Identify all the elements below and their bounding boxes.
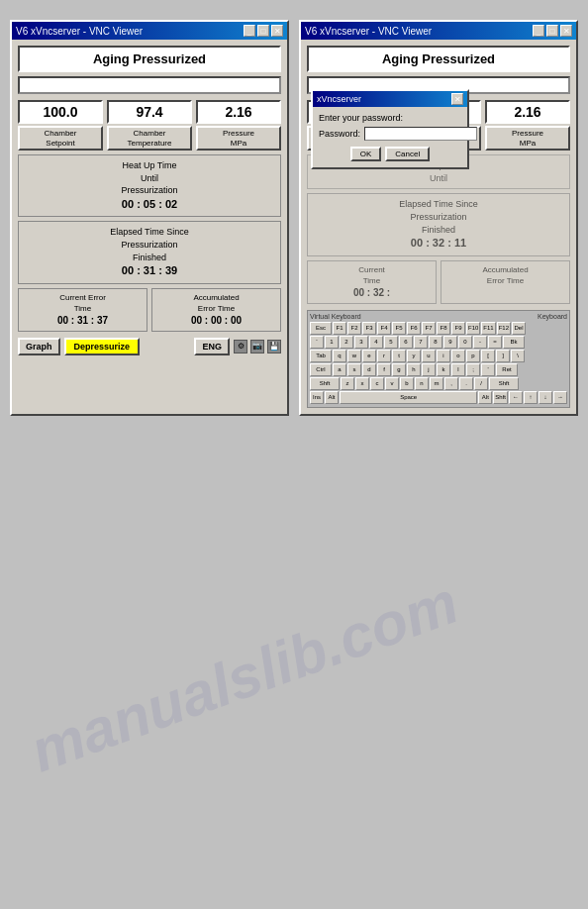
vkb-key-o[interactable]: o [451,350,465,362]
vkb-key-u[interactable]: u [422,350,436,362]
vkb-key-ctrl[interactable]: Ctrl [310,363,332,376]
left-icon-3[interactable]: 💾 [267,340,281,354]
vkb-key-3[interactable]: 3 [354,336,368,349]
vkb-key-q[interactable]: q [333,350,346,362]
vkb-key-minus[interactable]: - [473,336,487,349]
vkb-key-y[interactable]: y [407,350,421,362]
vkb-key-k[interactable]: k [437,363,450,376]
vkb-key-comma[interactable]: , [444,377,458,390]
vkb-key-h[interactable]: h [407,363,421,376]
vkb-key-n[interactable]: n [415,377,429,390]
vkb-key-f6[interactable]: F6 [407,322,421,335]
vkb-key-ins[interactable]: Ins [310,391,324,404]
vkb-key-8[interactable]: 8 [429,336,442,349]
vkb-key-f7[interactable]: F7 [422,322,436,335]
vkb-key-m[interactable]: m [430,377,443,390]
left-depressurize-button[interactable]: Depressurize [64,338,141,355]
vkb-key-space[interactable]: Space [340,391,477,404]
vkb-key-f9[interactable]: F9 [451,322,465,335]
left-chamber-setpoint-value: 100.0 [18,100,103,124]
vkb-key-1[interactable]: 1 [325,336,339,349]
vkb-key-w[interactable]: w [347,350,361,362]
vkb-key-i[interactable]: i [437,350,450,362]
vkb-key-e[interactable]: e [362,350,376,362]
left-close-btn[interactable]: ✕ [271,25,283,37]
vkb-key-equals[interactable]: = [488,336,502,349]
vkb-key-r[interactable]: r [377,350,391,362]
vkb-key-return[interactable]: Ret [496,363,518,376]
vkb-key-rbracket[interactable]: ] [496,350,510,362]
vkb-key-esc[interactable]: Esc [310,322,332,335]
vkb-key-slash[interactable]: / [474,377,488,390]
vkb-key-t[interactable]: t [392,350,406,362]
right-accumulated-error: Accumulated Error Time [441,260,570,304]
vkb-key-l[interactable]: l [451,363,465,376]
vkb-key-quote[interactable]: ' [481,363,495,376]
vkb-key-rshift[interactable]: Shft [489,377,519,390]
left-current-error-time: 00 : 31 : 37 [22,314,144,328]
vkb-key-a[interactable]: a [333,363,346,376]
vkb-key-5[interactable]: 5 [384,336,398,349]
vkb-key-ralt[interactable]: Alt [478,391,492,404]
vkb-key-period[interactable]: . [459,377,473,390]
vkb-key-z[interactable]: z [341,377,354,390]
right-close-btn[interactable]: ✕ [560,25,572,37]
vkb-key-backspace[interactable]: Bk [503,336,525,349]
vkb-key-f1[interactable]: F1 [333,322,346,335]
vkb-key-f3[interactable]: F3 [362,322,376,335]
vkb-key-s[interactable]: s [347,363,361,376]
dialog-password-input[interactable] [364,127,477,141]
vkb-key-up[interactable]: ↑ [524,391,538,404]
right-minimize-btn[interactable]: _ [533,25,544,37]
left-current-error-line2: Time [22,303,144,314]
vkb-key-6[interactable]: 6 [399,336,413,349]
vkb-key-b[interactable]: b [400,377,414,390]
vkb-key-c[interactable]: c [370,377,384,390]
left-graph-button[interactable]: Graph [18,338,60,355]
vkb-key-x[interactable]: x [355,377,369,390]
dialog-close-btn[interactable]: ✕ [451,93,463,105]
left-eng-button[interactable]: ENG [194,338,230,355]
vkb-key-v[interactable]: v [385,377,399,390]
right-maximize-btn[interactable]: □ [546,25,558,37]
vkb-key-2[interactable]: 2 [340,336,353,349]
vkb-key-shift2[interactable]: Shft [493,391,508,404]
left-error-row: Current Error Time 00 : 31 : 37 Accumula… [18,288,281,332]
vkb-key-left[interactable]: ← [509,391,523,404]
vkb-key-tab[interactable]: Tab [310,350,332,362]
left-metric-chamber-setpoint: 100.0 Chamber Setpoint [18,100,103,151]
left-icon-2[interactable]: 📷 [250,340,264,354]
vkb-key-semicolon[interactable]: ; [466,363,480,376]
vkb-key-d[interactable]: d [362,363,376,376]
vkb-key-f10[interactable]: F10 [466,322,480,335]
dialog-cancel-button[interactable]: Cancel [385,147,430,161]
vkb-key-f4[interactable]: F4 [377,322,391,335]
vkb-key-f5[interactable]: F5 [392,322,406,335]
vkb-key-f11[interactable]: F11 [481,322,495,335]
vkb-key-j[interactable]: j [422,363,436,376]
left-icon-1[interactable]: ⚙ [234,340,247,354]
vkb-key-7[interactable]: 7 [414,336,428,349]
vkb-key-g[interactable]: g [392,363,406,376]
vkb-key-backslash[interactable]: \ [511,350,525,362]
vkb-key-p[interactable]: p [466,350,480,362]
vkb-key-f8[interactable]: F8 [437,322,450,335]
right-metric-pressure: 2.16 Pressure MPa [485,100,570,151]
left-maximize-btn[interactable]: □ [257,25,269,37]
vkb-key-right[interactable]: → [553,391,567,404]
vkb-key-f2[interactable]: F2 [347,322,361,335]
vkb-key-del[interactable]: Del [512,322,526,335]
dialog-ok-button[interactable]: OK [350,147,382,161]
vkb-key-backtick[interactable]: ` [310,336,324,349]
vkb-key-down[interactable]: ↓ [539,391,552,404]
vkb-key-9[interactable]: 9 [443,336,457,349]
vkb-key-4[interactable]: 4 [369,336,383,349]
vkb-key-lbracket[interactable]: [ [481,350,495,362]
vkb-key-lshift[interactable]: Shft [310,377,340,390]
left-metric-chamber-temp: 97.4 Chamber Temperature [107,100,192,151]
vkb-key-f12[interactable]: F12 [497,322,511,335]
vkb-key-0[interactable]: 0 [458,336,472,349]
vkb-key-lalt[interactable]: Alt [325,391,339,404]
vkb-key-f[interactable]: f [377,363,391,376]
left-minimize-btn[interactable]: _ [244,25,255,37]
